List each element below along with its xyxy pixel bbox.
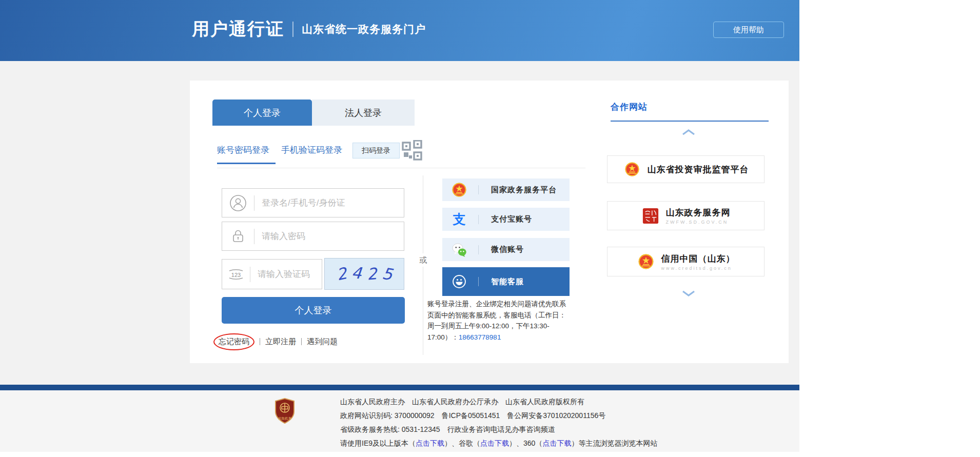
captcha-digit: 2 xyxy=(335,264,348,284)
national-emblem-icon xyxy=(637,252,655,271)
title-divider xyxy=(292,22,293,37)
footer: 党政机关 山东省人民政府主办 山东省人民政府办公厅承办 山东省人民政府版权所有 … xyxy=(0,390,799,452)
numbers-123-icon: 123 xyxy=(222,268,250,281)
link-separator xyxy=(301,338,302,345)
brand: 用户通行证 山东省统一政务服务门户 xyxy=(192,17,426,41)
government-badge-icon[interactable]: 党政机关 xyxy=(275,398,295,424)
method-account-password[interactable]: 账号密码登录 xyxy=(217,144,269,156)
ie-download-link[interactable]: 点击下载 xyxy=(416,439,444,447)
item-divider xyxy=(478,215,479,224)
method-sms-code[interactable]: 手机验证码登录 xyxy=(281,144,342,156)
footer-line-browsers: 请使用IE9及以上版本（点击下载）、谷歌（点击下载）、360（点击下载）等主流浏… xyxy=(340,436,657,450)
helper-links-row: 忘记密码 立即注册 遇到问题 xyxy=(213,333,338,350)
tab-personal-login[interactable]: 个人登录 xyxy=(212,100,312,126)
captcha-field[interactable]: 123 xyxy=(222,259,322,289)
chrome-download-link[interactable]: 点击下载 xyxy=(480,439,509,447)
partners-title: 合作网站 xyxy=(611,101,648,113)
service-phone-link[interactable]: 18663778981 xyxy=(459,333,501,341)
alipay-icon: 支 xyxy=(452,212,467,227)
captcha-digit: 2 xyxy=(366,264,378,284)
footer-line-hotline: 省级政务服务热线: 0531-12345 行政业务咨询电话见办事咨询频道 xyxy=(340,423,657,436)
forgot-password-link[interactable]: 忘记密码 xyxy=(219,337,249,346)
national-emblem-icon xyxy=(623,160,641,178)
personal-login-submit-button[interactable]: 个人登录 xyxy=(222,297,405,324)
page: 用户通行证 山东省统一政务服务门户 使用帮助 个人登录 法人登录 账号密码登录 … xyxy=(0,0,799,457)
item-divider xyxy=(478,277,479,286)
link-separator xyxy=(260,338,260,345)
or-label: 或 xyxy=(416,253,430,267)
smart-service-icon xyxy=(452,274,467,289)
header: 用户通行证 山东省统一政务服务门户 使用帮助 xyxy=(0,0,799,61)
item-divider xyxy=(478,245,479,254)
captcha-input[interactable] xyxy=(250,269,322,280)
page-subtitle: 山东省统一政务服务门户 xyxy=(302,22,426,36)
page-title: 用户通行证 xyxy=(192,17,284,41)
tab-legal-login[interactable]: 法人登录 xyxy=(312,100,415,126)
password-field[interactable] xyxy=(222,222,404,251)
item-divider xyxy=(478,185,479,194)
partner-site-investment-approval-platform[interactable]: 山东省投资审批监管平台 xyxy=(607,155,765,183)
footer-line-site-codes: 政府网站识别码: 3700000092 鲁ICP备05051451 鲁公网安备3… xyxy=(340,409,657,423)
user-icon xyxy=(222,194,254,212)
username-field[interactable] xyxy=(222,188,404,217)
third-party-smart-service[interactable]: 智能客服 xyxy=(442,267,570,296)
partner-site-shandong-gov-service-net[interactable]: 山东政务服务网 ZWFW.SD.GOV.CN xyxy=(607,201,765,230)
red-seal-icon xyxy=(641,207,660,225)
captcha-image[interactable]: 2 4 2 5 xyxy=(324,258,404,290)
active-method-underline xyxy=(217,163,276,164)
service-note: 账号登录注册、企业绑定相关问题请优先联系页面中的智能客服系统，客服电话（工作日：… xyxy=(427,299,573,343)
browser-360-download-link[interactable]: 点击下载 xyxy=(542,439,571,447)
footer-line-sponsor: 山东省人民政府主办 山东省人民政府办公厅承办 山东省人民政府版权所有 xyxy=(340,395,657,409)
methods-divider-line xyxy=(217,168,585,168)
login-card: 个人登录 法人登录 账号密码登录 手机验证码登录 扫码登录 xyxy=(190,81,789,363)
password-input[interactable] xyxy=(254,231,404,242)
wechat-icon xyxy=(452,242,467,257)
svg-text:123: 123 xyxy=(231,271,241,277)
third-party-wechat[interactable]: 微信账号 xyxy=(442,238,570,261)
register-link[interactable]: 立即注册 xyxy=(265,337,296,347)
help-button[interactable]: 使用帮助 xyxy=(713,22,784,38)
username-input[interactable] xyxy=(254,198,404,208)
forgot-password-highlight-circle: 忘记密码 xyxy=(213,333,254,350)
chevron-down-icon[interactable] xyxy=(681,290,696,297)
national-emblem-icon xyxy=(452,182,467,197)
partner-site-credit-china-shandong[interactable]: 信用中国（山东） www.creditsd.gov.cn xyxy=(607,247,765,276)
lock-icon xyxy=(222,228,254,245)
svg-text:党政机关: 党政机关 xyxy=(278,416,292,421)
third-party-alipay[interactable]: 支 支付宝账号 xyxy=(442,208,570,231)
partners-title-underline xyxy=(611,121,769,122)
trouble-link[interactable]: 遇到问题 xyxy=(307,337,338,347)
chevron-up-icon[interactable] xyxy=(681,129,696,136)
captcha-digit: 5 xyxy=(381,264,394,284)
captcha-digit: 4 xyxy=(351,263,363,283)
third-party-national-gov-platform[interactable]: 国家政务服务平台 xyxy=(442,178,570,201)
scan-login-button[interactable]: 扫码登录 xyxy=(352,143,400,158)
qr-code-icon[interactable] xyxy=(402,140,422,161)
footer-divider-bar xyxy=(0,385,799,390)
footer-text: 山东省人民政府主办 山东省人民政府办公厅承办 山东省人民政府版权所有 政府网站识… xyxy=(340,395,657,450)
